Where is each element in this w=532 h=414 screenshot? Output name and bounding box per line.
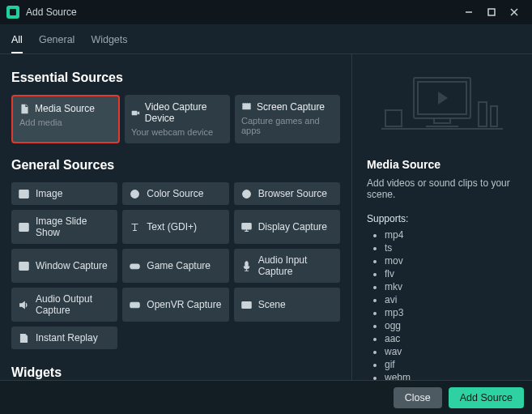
support-format: flv xyxy=(385,268,517,280)
source-game-capture[interactable]: Game Capture xyxy=(122,249,228,283)
screen-icon xyxy=(241,102,252,113)
svg-point-12 xyxy=(21,224,23,226)
mic-icon xyxy=(241,261,252,271)
support-format: mov xyxy=(385,255,517,267)
close-window-button[interactable] xyxy=(503,1,526,23)
card-title: Video Capture Device xyxy=(145,101,223,124)
minimize-button[interactable] xyxy=(458,1,480,23)
media-icon xyxy=(19,104,30,114)
gamepad-icon xyxy=(130,261,140,271)
card-subtitle: Capture games and apps xyxy=(241,116,334,135)
svg-rect-7 xyxy=(19,190,28,198)
support-format: gif xyxy=(385,359,517,370)
maximize-button[interactable] xyxy=(480,1,503,23)
card-subtitle: Add media xyxy=(19,117,112,127)
svg-rect-25 xyxy=(247,304,249,306)
detail-illustration xyxy=(367,66,517,147)
svg-rect-33 xyxy=(491,106,497,126)
svg-point-21 xyxy=(132,304,134,305)
source-label: Window Capture xyxy=(36,260,108,271)
webcam-icon xyxy=(131,108,140,118)
source-audio-input-capture[interactable]: Audio Input Capture xyxy=(234,249,340,283)
svg-rect-11 xyxy=(19,223,28,231)
source-label: Scene xyxy=(258,299,286,310)
supports-list: mp4tsmovflvmkvavimp3oggaacwavgifwebm xyxy=(367,229,517,380)
source-label: Image xyxy=(36,188,62,199)
display-icon xyxy=(241,222,252,233)
source-label: Text (GDI+) xyxy=(147,221,197,233)
source-scene[interactable]: Scene xyxy=(234,288,340,322)
add-source-button[interactable]: Add Source xyxy=(449,387,524,408)
svg-rect-24 xyxy=(243,303,246,305)
svg-rect-5 xyxy=(132,110,138,114)
card-media-source[interactable]: Media Source Add media xyxy=(11,95,120,143)
source-image-slide-show[interactable]: Image Slide Show xyxy=(11,210,117,244)
card-screen-capture[interactable]: Screen Capture Capture games and apps xyxy=(235,95,340,143)
svg-rect-31 xyxy=(385,110,402,126)
svg-rect-32 xyxy=(479,102,487,126)
detail-panel: Media Source Add videos or sound clips t… xyxy=(352,54,532,380)
svg-rect-0 xyxy=(10,9,16,15)
source-label: Audio Output Capture xyxy=(36,293,110,316)
support-format: mp3 xyxy=(385,307,517,318)
support-format: mkv xyxy=(385,281,517,292)
support-format: ts xyxy=(385,242,517,254)
source-label: Browser Source xyxy=(258,188,327,199)
svg-rect-6 xyxy=(243,103,251,109)
support-format: aac xyxy=(385,333,517,344)
detail-title: Media Source xyxy=(367,158,517,171)
text-icon xyxy=(130,222,140,233)
tab-widgets[interactable]: Widgets xyxy=(91,31,127,53)
svg-point-22 xyxy=(136,304,138,305)
window-title: Add Source xyxy=(26,6,458,18)
source-type-tabs: All General Widgets xyxy=(0,24,532,54)
card-title: Media Source xyxy=(35,103,95,114)
replay-icon xyxy=(19,333,29,344)
svg-rect-29 xyxy=(434,118,450,123)
widgets-heading: Widgets xyxy=(11,365,340,380)
speaker-icon xyxy=(19,300,29,310)
vr-icon xyxy=(130,300,140,310)
dialog-footer: Close Add Source xyxy=(0,380,532,414)
svg-point-18 xyxy=(138,267,139,268)
source-label: Image Slide Show xyxy=(36,216,110,238)
source-window-capture[interactable]: Window Capture xyxy=(11,249,117,283)
source-label: OpenVR Capture xyxy=(147,299,221,310)
app-logo-icon xyxy=(6,6,19,19)
source-list-panel: Essential Sources Media Source Add media… xyxy=(0,54,352,380)
svg-rect-14 xyxy=(19,262,28,270)
globe-icon xyxy=(241,189,252,199)
source-label: Instant Replay xyxy=(36,332,98,344)
image-icon xyxy=(19,189,29,199)
source-openvr-capture[interactable]: OpenVR Capture xyxy=(122,288,228,322)
source-label: Audio Input Capture xyxy=(258,254,333,277)
titlebar: Add Source xyxy=(0,0,532,24)
source-image[interactable]: Image xyxy=(11,182,117,205)
general-heading: General Sources xyxy=(11,158,340,173)
close-button[interactable]: Close xyxy=(394,387,442,408)
essential-heading: Essential Sources xyxy=(11,70,340,85)
source-text-gdi-[interactable]: Text (GDI+) xyxy=(122,210,228,244)
tab-all[interactable]: All xyxy=(11,31,23,53)
card-video-capture[interactable]: Video Capture Device Your webcam device xyxy=(125,95,230,143)
image-icon xyxy=(19,222,29,233)
tab-general[interactable]: General xyxy=(39,31,74,53)
detail-description: Add videos or sound clips to your scene. xyxy=(367,177,517,200)
source-label: Display Capture xyxy=(258,221,327,233)
source-label: Color Source xyxy=(147,188,203,199)
card-subtitle: Your webcam device xyxy=(131,127,223,137)
source-display-capture[interactable]: Display Capture xyxy=(234,210,340,244)
source-color-source[interactable]: Color Source xyxy=(122,182,228,205)
support-format: ogg xyxy=(385,320,517,331)
source-instant-replay[interactable]: Instant Replay xyxy=(11,327,117,349)
svg-marker-28 xyxy=(438,92,448,105)
source-browser-source[interactable]: Browser Source xyxy=(234,182,340,205)
support-format: mp4 xyxy=(385,229,517,241)
support-format: webm xyxy=(385,372,517,380)
svg-rect-19 xyxy=(245,261,248,267)
card-title: Screen Capture xyxy=(257,101,325,113)
svg-rect-2 xyxy=(488,9,495,15)
source-audio-output-capture[interactable]: Audio Output Capture xyxy=(11,288,117,322)
support-format: wav xyxy=(385,346,517,357)
svg-point-8 xyxy=(21,191,23,193)
